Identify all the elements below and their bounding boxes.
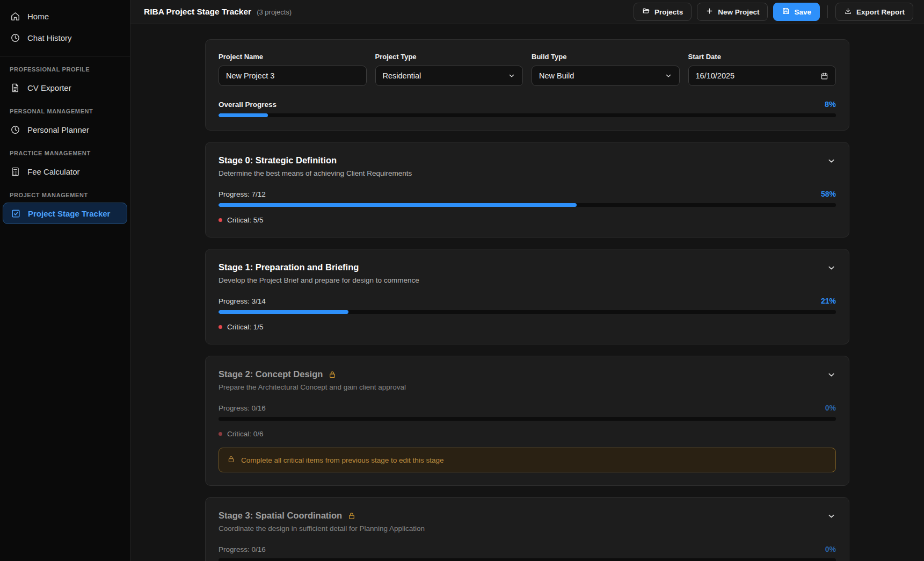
critical-dot-icon bbox=[219, 325, 222, 329]
stage-progress-percent: 21% bbox=[821, 297, 836, 305]
sidebar-item-personal-planner[interactable]: Personal Planner bbox=[0, 119, 130, 140]
field-project-type: Project Type Residential bbox=[375, 53, 523, 86]
chevron-down-icon bbox=[665, 72, 672, 80]
content-scroll-area[interactable]: Project Name Project Type Residential Bu… bbox=[130, 24, 924, 561]
stage-description: Prepare the Architectural Concept and ga… bbox=[219, 383, 836, 391]
critical-dot-icon bbox=[219, 218, 222, 222]
home-icon bbox=[10, 11, 20, 21]
chevron-down-icon[interactable] bbox=[827, 370, 836, 379]
stage-description: Coordinate the design in sufficient deta… bbox=[219, 524, 836, 533]
calculator-icon bbox=[10, 166, 20, 177]
calendar-icon bbox=[820, 72, 828, 80]
build-type-value: New Build bbox=[539, 71, 574, 80]
start-date-value: 16/10/2025 bbox=[696, 71, 735, 80]
overall-progress-label: Overall Progress bbox=[219, 100, 277, 109]
stage-title: Stage 1: Preparation and Briefing bbox=[219, 262, 359, 272]
stage-progress-label: Progress: 0/16 bbox=[219, 404, 266, 412]
plus-icon bbox=[705, 7, 714, 17]
stage-progress-percent: 58% bbox=[821, 190, 836, 198]
stage-progress-label: Progress: 7/12 bbox=[219, 190, 266, 198]
field-start-date: Start Date 16/10/2025 bbox=[688, 53, 836, 86]
sidebar-section-project-management: PROJECT MANAGEMENT bbox=[10, 192, 120, 198]
stage-card-0: Stage 0: Strategic Definition Determine … bbox=[205, 142, 849, 238]
stage-card-2: Stage 2: Concept Design Prepare the Arch… bbox=[205, 356, 849, 486]
stage-title: Stage 3: Spatial Coordination bbox=[219, 510, 342, 521]
sidebar-item-home[interactable]: Home bbox=[0, 5, 130, 27]
stage-progress-percent: 0% bbox=[825, 404, 836, 412]
stage-card-1: Stage 1: Preparation and Briefing Develo… bbox=[205, 249, 849, 344]
build-type-select[interactable]: New Build bbox=[532, 66, 680, 86]
stage-title: Stage 2: Concept Design bbox=[219, 369, 323, 379]
stage-description: Develop the Project Brief and prepare fo… bbox=[219, 276, 836, 284]
clock-icon bbox=[10, 124, 20, 135]
stage-progress-fill bbox=[219, 310, 348, 314]
stage-card-3: Stage 3: Spatial Coordination Coordinate… bbox=[205, 497, 849, 561]
sidebar-item-project-stage-tracker[interactable]: Project Stage Tracker bbox=[3, 203, 127, 224]
lock-icon bbox=[328, 370, 337, 379]
lock-icon bbox=[347, 512, 356, 520]
sidebar-item-label: Fee Calculator bbox=[27, 167, 80, 176]
stage-description: Determine the best means of achieving Cl… bbox=[219, 169, 836, 177]
sidebar-item-fee-calculator[interactable]: Fee Calculator bbox=[0, 161, 130, 182]
save-icon bbox=[782, 7, 790, 17]
stage-critical-label: Critical: 1/5 bbox=[227, 323, 264, 331]
sidebar-item-cv-exporter[interactable]: CV Exporter bbox=[0, 77, 130, 98]
overall-progress-fill bbox=[219, 113, 268, 117]
sidebar-section-personal-management: PERSONAL MANAGEMENT bbox=[10, 108, 120, 114]
projects-button-label: Projects bbox=[654, 8, 683, 16]
lock-icon bbox=[227, 455, 235, 465]
stage-progress-bar bbox=[219, 558, 836, 561]
page-title: RIBA Project Stage Tracker bbox=[144, 7, 251, 17]
button-divider bbox=[827, 5, 828, 18]
project-name-input[interactable] bbox=[219, 66, 367, 86]
sidebar-item-label: CV Exporter bbox=[27, 83, 71, 92]
field-project-name: Project Name bbox=[219, 53, 367, 86]
sidebar-item-label: Project Stage Tracker bbox=[28, 209, 110, 218]
top-header: RIBA Project Stage Tracker (3 projects) … bbox=[130, 0, 924, 24]
sidebar-divider bbox=[0, 56, 130, 56]
sidebar-item-label: Personal Planner bbox=[27, 125, 89, 134]
field-label: Build Type bbox=[532, 53, 680, 61]
critical-dot-icon bbox=[219, 432, 222, 436]
project-count-badge: (3 projects) bbox=[257, 8, 292, 16]
locked-stage-banner: Complete all critical items from previou… bbox=[219, 448, 836, 472]
projects-button[interactable]: Projects bbox=[634, 3, 692, 21]
sidebar: Home Chat History PROFESSIONAL PROFILE C… bbox=[0, 0, 130, 561]
overall-progress: Overall Progress 8% bbox=[219, 100, 836, 117]
checkbox-icon bbox=[10, 208, 21, 219]
project-form-card: Project Name Project Type Residential Bu… bbox=[205, 39, 849, 131]
chevron-down-icon[interactable] bbox=[827, 512, 836, 521]
field-build-type: Build Type New Build bbox=[532, 53, 680, 86]
stage-progress-bar bbox=[219, 417, 836, 421]
save-button-label: Save bbox=[794, 8, 811, 16]
overall-progress-bar bbox=[219, 113, 836, 117]
start-date-input[interactable]: 16/10/2025 bbox=[688, 66, 836, 86]
field-label: Project Type bbox=[375, 53, 523, 61]
field-label: Start Date bbox=[688, 53, 836, 61]
chevron-down-icon[interactable] bbox=[827, 263, 836, 272]
clock-icon bbox=[10, 32, 20, 43]
sidebar-item-chat-history[interactable]: Chat History bbox=[0, 27, 130, 48]
stage-progress-fill bbox=[219, 203, 577, 207]
download-icon bbox=[844, 7, 852, 17]
locked-stage-message: Complete all critical items from previou… bbox=[241, 456, 443, 464]
stage-title: Stage 0: Strategic Definition bbox=[219, 155, 337, 166]
stage-critical-label: Critical: 5/5 bbox=[227, 216, 264, 224]
export-report-button[interactable]: Export Report bbox=[835, 3, 913, 21]
sidebar-item-label: Home bbox=[27, 12, 49, 21]
sidebar-section-practice-management: PRACTICE MANAGEMENT bbox=[10, 150, 120, 156]
save-button[interactable]: Save bbox=[773, 3, 820, 21]
new-project-button-label: New Project bbox=[718, 8, 759, 16]
export-report-button-label: Export Report bbox=[856, 8, 905, 16]
stage-progress-label: Progress: 0/16 bbox=[219, 545, 266, 553]
document-icon bbox=[10, 82, 20, 93]
field-label: Project Name bbox=[219, 53, 367, 61]
project-type-select[interactable]: Residential bbox=[375, 66, 523, 86]
new-project-button[interactable]: New Project bbox=[697, 3, 768, 21]
main-area: RIBA Project Stage Tracker (3 projects) … bbox=[130, 0, 924, 561]
stage-progress-bar bbox=[219, 203, 836, 207]
stage-progress-label: Progress: 3/14 bbox=[219, 297, 266, 305]
folder-icon bbox=[642, 7, 650, 17]
overall-progress-percent: 8% bbox=[825, 100, 836, 109]
chevron-down-icon[interactable] bbox=[827, 156, 836, 166]
